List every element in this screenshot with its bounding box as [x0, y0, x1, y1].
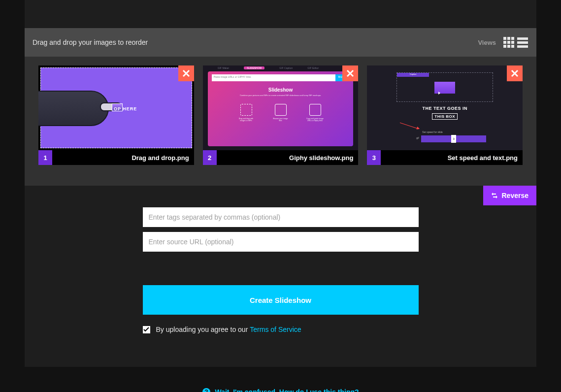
- tos-row: By uploading you agree to our Terms of S…: [143, 326, 419, 333]
- grid-view-button[interactable]: [503, 36, 515, 48]
- thumbnail-2[interactable]: GIF MakerSLIDESHOWGIF CaptionGIF Editor …: [203, 65, 359, 165]
- remove-thumbnail-1-button[interactable]: [178, 65, 194, 81]
- help-link[interactable]: ? Wait, I'm confused. How do I use this …: [25, 388, 536, 392]
- thumbnail-3-number: 3: [367, 150, 381, 165]
- list-icon: [517, 37, 528, 48]
- check-icon: [143, 327, 149, 332]
- remove-thumbnail-2-button[interactable]: [342, 65, 358, 81]
- panel-top: [25, 0, 536, 28]
- reverse-icon: [491, 192, 498, 199]
- thumbnail-3-image: Caption THE TEXT GOES IN THIS BOX Set sp…: [367, 65, 523, 150]
- thumbnail-1[interactable]: OP HERE 1 Drag and drop.png: [38, 65, 194, 165]
- thumbnail-1-number: 1: [38, 150, 52, 165]
- thumbnail-2-number: 2: [203, 150, 217, 165]
- thumbnail-2-filename: Giphy slideshow.png: [217, 150, 359, 165]
- views-label: Views: [478, 39, 496, 46]
- thumbnail-3-filename: Set speed and text.png: [381, 150, 523, 165]
- reorder-instruction: Drag and drop your images to reorder: [33, 38, 478, 46]
- tos-prefix: By uploading you agree to our: [156, 326, 248, 333]
- create-slideshow-button[interactable]: Create Slideshow: [143, 285, 419, 315]
- form-panel: Reverse Create Slideshow By uploading yo…: [25, 186, 536, 367]
- close-icon: [346, 69, 354, 77]
- close-icon: [182, 69, 190, 77]
- source-url-input[interactable]: [143, 232, 419, 252]
- reorder-toolbar: Drag and drop your images to reorder Vie…: [25, 28, 536, 57]
- thumbnail-1-image: OP HERE: [38, 65, 194, 150]
- reverse-label: Reverse: [502, 192, 529, 199]
- thumb1-text: OP HERE: [114, 106, 137, 111]
- reverse-button[interactable]: Reverse: [483, 186, 537, 205]
- list-view-button[interactable]: [517, 36, 528, 48]
- tags-input[interactable]: [143, 207, 419, 227]
- tos-link[interactable]: Terms of Service: [250, 326, 301, 333]
- thumbnail-3[interactable]: Caption THE TEXT GOES IN THIS BOX Set sp…: [367, 65, 523, 165]
- help-text: Wait, I'm confused. How do I use this th…: [215, 388, 359, 392]
- svg-text:?: ?: [205, 389, 208, 392]
- close-icon: [511, 69, 519, 77]
- thumbnails-region: OP HERE 1 Drag and drop.png GIF MakerSLI…: [25, 57, 536, 186]
- thumbnail-1-filename: Drag and drop.png: [52, 150, 194, 165]
- thumbnail-2-image: GIF MakerSLIDESHOWGIF CaptionGIF Editor …: [203, 65, 359, 150]
- grid-icon: [503, 37, 514, 48]
- question-icon: ?: [202, 388, 211, 392]
- remove-thumbnail-3-button[interactable]: [507, 65, 523, 81]
- tos-checkbox[interactable]: [143, 326, 150, 333]
